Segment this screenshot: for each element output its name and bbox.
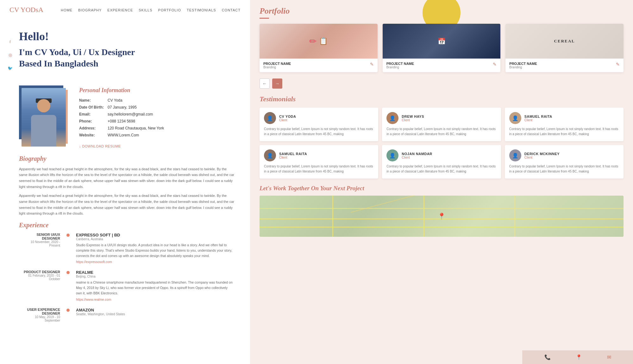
exp-dot-2	[66, 270, 70, 301]
value-address: 120 Road Chautauqua, New York	[108, 126, 164, 130]
nav-skills[interactable]: SKILLS	[139, 8, 152, 12]
portfolio-card-type-2: Branding	[386, 66, 414, 69]
right-panel: Portfolio ✏ 📋 PROJECT NAME Branding	[250, 0, 633, 364]
nav-experience[interactable]: EXPERIENCE	[107, 8, 133, 12]
navbar: CV YODsA HOME BIOGRAPHY EXPERIENCE SKILL…	[0, 0, 250, 20]
person-body	[31, 115, 56, 147]
nav-contact[interactable]: CONTACT	[222, 8, 241, 12]
contact-bar-location[interactable]: 📍	[576, 354, 582, 360]
label-email: Email:	[79, 112, 108, 116]
nav-logo: CV YODsA	[9, 6, 43, 14]
portfolio-next-button[interactable]: →	[272, 78, 282, 89]
testimonial-avatar-2: 👤	[386, 112, 398, 124]
portfolio-grid: ✏ 📋 PROJECT NAME Branding ✎	[260, 24, 624, 72]
testimonial-name-6: DERICK MCKINNEY	[524, 152, 560, 156]
exp-left-2: PRODUCT DESIGNER 01 February, 2020 - 01 …	[19, 270, 60, 301]
portfolio-edit-icon-2[interactable]: ✎	[493, 62, 497, 67]
download-resume-button[interactable]: ↓ DOWNLOAD RESUME	[79, 144, 121, 148]
experience-list: SENIOR UI/UX DESIGNER 10 November, 2020 …	[19, 233, 234, 322]
nav-home[interactable]: HOME	[61, 8, 72, 12]
portfolio-img-2: 📅	[383, 24, 501, 59]
testimonial-meta-3: SAMUEL RAITA Client	[524, 115, 552, 122]
hero-greeting: Hello!	[19, 29, 234, 44]
nav-biography[interactable]: BIOGRAPHY	[78, 8, 102, 12]
profile-photo	[22, 88, 66, 147]
exp-desc-2: realme is a Chinese smartphone manufactu…	[76, 280, 234, 296]
map-container: 📍	[260, 196, 624, 237]
contact-title: Let's Work Together On Your Next Project	[260, 185, 624, 192]
exp-link-1[interactable]: https://expressosoft.com	[76, 260, 234, 264]
right-content: Portfolio ✏ 📋 PROJECT NAME Branding	[250, 0, 633, 364]
exp-dot-3	[66, 308, 70, 322]
exp-link-2[interactable]: https://www.realme.com	[76, 298, 234, 301]
testimonial-name-5: NOJAN NAMDAR	[402, 152, 432, 156]
portfolio-divider	[260, 18, 269, 19]
nav-portfolio[interactable]: PORTFOLIO	[158, 8, 181, 12]
portfolio-card-type-3: Branding	[509, 66, 537, 69]
testimonials-title: Testimonials	[260, 95, 624, 103]
experience-section: Experience SENIOR UI/UX DESIGNER 10 Nove…	[19, 222, 234, 322]
portfolio-card-info-1: PROJECT NAME Branding	[263, 62, 291, 69]
exp-company-1: EXPRESSO SOFT | BD	[76, 233, 234, 237]
experience-item-1: SENIOR UI/UX DESIGNER 10 November, 2020 …	[19, 233, 234, 264]
testimonial-card-6: 👤 DERICK MCKINNEY Client Contrary to pop…	[505, 145, 624, 179]
testimonial-header-3: 👤 SAMUEL RAITA Client	[509, 112, 619, 124]
testimonial-avatar-6: 👤	[509, 149, 521, 161]
exp-desc-1: Studio Expresso is a UI/UX design studio…	[76, 242, 234, 258]
portfolio-card-info-2: PROJECT NAME Branding	[386, 62, 414, 69]
testimonial-name-2: DREW HAYS	[402, 115, 424, 118]
exp-dot-marker-2	[66, 271, 70, 274]
exp-job-title-3: USER EXPERIENCE DESIGNER	[19, 308, 60, 315]
map-road-h1	[260, 208, 624, 209]
map-road-v1	[332, 196, 333, 237]
profile-photo-container	[19, 85, 70, 147]
portfolio-edit-icon-1[interactable]: ✎	[370, 62, 374, 67]
instagram-icon[interactable]: ◎	[6, 51, 14, 59]
bio-text-2: Apparently we had reached a great height…	[19, 193, 234, 217]
exp-date-3: 10 May, 2019 - 10 September	[19, 315, 60, 322]
testimonial-meta-2: DREW HAYS Client	[402, 115, 424, 122]
facebook-icon[interactable]: f	[6, 38, 14, 46]
experience-item-3: USER EXPERIENCE DESIGNER 10 May, 2019 - …	[19, 308, 234, 322]
portfolio-card-body-1: PROJECT NAME Branding ✎	[260, 59, 378, 72]
map-road-v3	[514, 196, 515, 237]
personal-info-title: Personal Information	[79, 87, 234, 94]
testimonial-avatar-3: 👤	[509, 112, 521, 124]
contact-bar-email[interactable]: ✉	[607, 354, 611, 360]
exp-dot-marker-1	[66, 234, 70, 237]
value-dob: 07 January, 1995	[108, 105, 137, 110]
portfolio-prev-button[interactable]: ←	[260, 78, 270, 89]
left-panel: CV YODsA HOME BIOGRAPHY EXPERIENCE SKILL…	[0, 0, 250, 364]
value-phone: +088 1234 5698	[108, 119, 135, 123]
portfolio-card-body-3: PROJECT NAME Branding ✎	[505, 59, 624, 72]
hero-line2: Based In Bangladesh	[19, 58, 234, 69]
value-name: CV Yoda	[108, 98, 122, 103]
info-row-website: Website: WWW.Lorem.Com	[79, 133, 234, 137]
exp-job-title-2: PRODUCT DESIGNER	[19, 270, 60, 274]
contact-bar-phone[interactable]: 📞	[544, 354, 551, 360]
testimonial-meta-4: SAMUEL RAITA Client	[279, 152, 307, 159]
map-bg: 📍	[260, 196, 624, 237]
testimonial-text-3: Contrary to popular belief, Lorem Ipsum …	[509, 127, 619, 137]
portfolio-edit-icon-3[interactable]: ✎	[616, 62, 620, 67]
map-pin: 📍	[438, 212, 446, 220]
exp-job-title-1: SENIOR UI/UX DESIGNER	[19, 233, 60, 240]
exp-company-2: REALME	[76, 270, 234, 275]
testimonial-role-6: Client	[524, 156, 560, 159]
exp-right-2: REALME Beijing, China realme is a Chines…	[76, 270, 234, 301]
info-row-dob: Date Of Birth: 07 January, 1995	[79, 105, 234, 110]
nav-testimonials[interactable]: TESTIMONIALS	[187, 8, 216, 12]
twitter-icon[interactable]: 🐦	[6, 65, 14, 72]
personal-info-section: Personal Information Name: CV Yoda Date …	[0, 85, 250, 149]
exp-dot-1	[66, 233, 70, 264]
person-silhouette	[26, 96, 61, 147]
exp-dot-marker-3	[66, 309, 70, 312]
testimonial-card-2: 👤 DREW HAYS Client Contrary to popular b…	[382, 108, 501, 141]
label-dob: Date Of Birth:	[79, 105, 108, 110]
info-table: Name: CV Yoda Date Of Birth: 07 January,…	[79, 98, 234, 137]
testimonial-name-1: CV YODA	[279, 115, 296, 118]
portfolio-card-3: CEREAL PROJECT NAME Branding ✎	[505, 24, 624, 72]
testimonial-role-2: Client	[402, 118, 424, 122]
hero-line1: I'm CV Yoda, Ui / Ux Designer	[19, 47, 234, 58]
exp-right-3: AMAZON Seattle, Washington, United State…	[76, 308, 234, 322]
